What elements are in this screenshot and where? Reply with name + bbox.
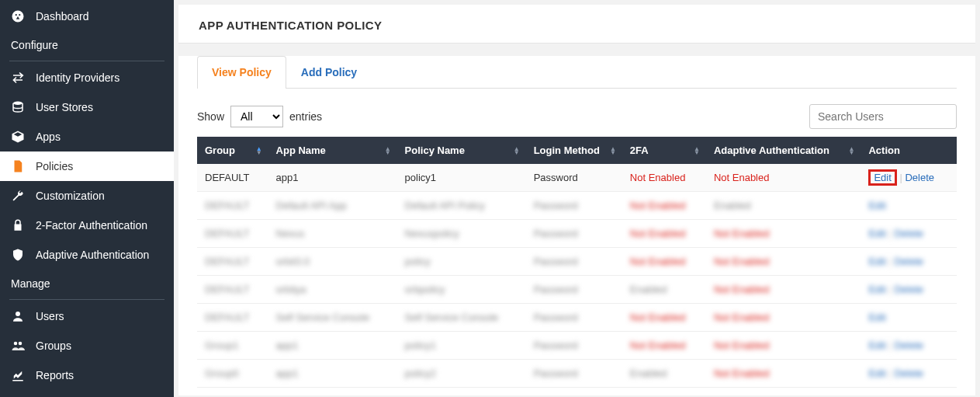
sidebar-item-label: 2-Factor Authentication bbox=[36, 219, 147, 232]
delete-link[interactable]: Delete bbox=[894, 340, 923, 351]
cell-login: Password bbox=[526, 164, 622, 192]
sidebar-item-label: Customization bbox=[36, 190, 105, 202]
cell-adaptive: Not Enabled bbox=[706, 360, 861, 388]
sidebar-item-label: Users bbox=[36, 310, 64, 322]
sidebar-item-label: Adaptive Authentication bbox=[36, 249, 149, 261]
edit-link[interactable]: Edit bbox=[868, 367, 885, 379]
edit-link[interactable]: Edit bbox=[868, 256, 885, 267]
cell-2fa: Not Enabled bbox=[622, 164, 706, 192]
sidebar-section-configure: Configure bbox=[0, 31, 174, 59]
sidebar-item-user-stores[interactable]: User Stores bbox=[0, 92, 174, 122]
cell-action: Edit | Delete bbox=[861, 220, 957, 248]
entries-label: entries bbox=[289, 110, 322, 123]
sidebar-item-identity-providers[interactable]: Identity Providers bbox=[0, 63, 174, 92]
delete-link[interactable]: Delete bbox=[905, 172, 934, 183]
sidebar-item-policies[interactable]: Policies bbox=[0, 151, 174, 181]
document-icon bbox=[11, 159, 25, 173]
th-adaptive[interactable]: Adaptive Authentication▲▼ bbox=[706, 137, 861, 164]
svg-point-2 bbox=[14, 342, 18, 346]
tab-add-policy[interactable]: Add Policy bbox=[286, 56, 372, 88]
sidebar-item-dashboard[interactable]: Dashboard bbox=[0, 2, 174, 31]
sidebar-item-apps[interactable]: Apps bbox=[0, 122, 174, 151]
sidebar-item-label: Apps bbox=[36, 131, 61, 143]
sidebar-item-adaptive-auth[interactable]: Adaptive Authentication bbox=[0, 240, 174, 270]
table-header-row: Group▲▼ App Name▲▼ Policy Name▲▼ Login M… bbox=[197, 137, 957, 164]
cell-group: DEFAULT bbox=[197, 192, 268, 220]
swap-icon bbox=[11, 71, 25, 85]
svg-point-1 bbox=[16, 312, 20, 316]
sidebar-item-reports[interactable]: Reports bbox=[0, 360, 174, 390]
cell-policy: Self Service Console bbox=[397, 304, 526, 332]
delete-link[interactable]: Delete bbox=[894, 228, 923, 239]
cell-2fa: Not Enabled bbox=[622, 220, 706, 248]
wrench-icon bbox=[11, 189, 25, 203]
shield-icon bbox=[11, 248, 25, 262]
sidebar-item-customization[interactable]: Customization bbox=[0, 181, 174, 211]
cell-policy: policy1 bbox=[397, 332, 526, 360]
cell-app: app1 bbox=[268, 360, 397, 388]
delete-link[interactable]: Delete bbox=[894, 367, 923, 379]
cell-2fa: Enabled bbox=[622, 276, 706, 304]
edit-link[interactable]: Edit bbox=[868, 169, 896, 186]
th-login-method[interactable]: Login Method▲▼ bbox=[526, 137, 622, 164]
delete-link[interactable]: Delete bbox=[894, 256, 923, 267]
cell-action: Edit bbox=[861, 192, 957, 220]
show-label: Show bbox=[197, 110, 224, 123]
sidebar-item-2fa[interactable]: 2-Factor Authentication bbox=[0, 211, 174, 240]
th-2fa[interactable]: 2FA▲▼ bbox=[622, 137, 706, 164]
cell-2fa: Not Enabled bbox=[622, 332, 706, 360]
sidebar-item-label: Policies bbox=[36, 160, 73, 172]
table-controls: Show All entries bbox=[197, 104, 957, 129]
cell-2fa: Not Enabled bbox=[622, 248, 706, 276]
table-body: DEFAULTapp1policy1PasswordNot EnabledNot… bbox=[197, 164, 957, 388]
cell-adaptive: Not Enabled bbox=[706, 276, 861, 304]
delete-link[interactable]: Delete bbox=[894, 284, 923, 295]
edit-link[interactable]: Edit bbox=[868, 200, 885, 211]
search-box bbox=[809, 104, 957, 129]
cell-group: DEFAULT bbox=[197, 248, 268, 276]
table-row: DEFAULTapp1policy1PasswordNot EnabledNot… bbox=[197, 164, 957, 192]
sidebar-item-users[interactable]: Users bbox=[0, 301, 174, 331]
tab-view-policy[interactable]: View Policy bbox=[197, 56, 286, 89]
cell-action: Edit bbox=[861, 304, 957, 332]
box-icon bbox=[11, 130, 25, 144]
cell-app: app1 bbox=[268, 332, 397, 360]
table-row: DEFAULTSelf Service ConsoleSelf Service … bbox=[197, 304, 957, 332]
th-group[interactable]: Group▲▼ bbox=[197, 137, 268, 164]
cell-action: Edit | Delete bbox=[861, 276, 957, 304]
divider bbox=[9, 299, 164, 300]
edit-link[interactable]: Edit bbox=[868, 284, 885, 295]
cell-login: Password bbox=[526, 360, 622, 388]
cell-app: Default API App bbox=[268, 192, 397, 220]
edit-link[interactable]: Edit bbox=[868, 340, 885, 351]
cell-login: Password bbox=[526, 192, 622, 220]
edit-link[interactable]: Edit bbox=[868, 312, 885, 323]
divider bbox=[9, 61, 164, 61]
cell-adaptive: Not Enabled bbox=[706, 220, 861, 248]
th-app-name[interactable]: App Name▲▼ bbox=[268, 137, 397, 164]
entries-select[interactable]: All bbox=[230, 106, 283, 127]
cell-login: Password bbox=[526, 304, 622, 332]
database-icon bbox=[11, 100, 25, 114]
cell-group: Group1 bbox=[197, 332, 268, 360]
cell-policy: policy bbox=[397, 248, 526, 276]
table-row: Group1app1policy1PasswordNot EnabledNot … bbox=[197, 332, 957, 360]
cell-login: Password bbox=[526, 248, 622, 276]
search-input[interactable] bbox=[809, 104, 957, 129]
cell-login: Password bbox=[526, 276, 622, 304]
edit-link[interactable]: Edit bbox=[868, 228, 885, 239]
svg-point-0 bbox=[13, 102, 23, 106]
cell-login: Password bbox=[526, 220, 622, 248]
table-row: Group0app1policy2PasswordEnabledNot Enab… bbox=[197, 360, 957, 388]
sidebar-item-label: User Stores bbox=[36, 101, 93, 113]
cell-action: Edit | Delete bbox=[861, 332, 957, 360]
cell-app: Self Service Console bbox=[268, 304, 397, 332]
cell-app: app1 bbox=[268, 164, 397, 192]
th-policy-name[interactable]: Policy Name▲▼ bbox=[397, 137, 526, 164]
cell-adaptive: Not Enabled bbox=[706, 248, 861, 276]
sidebar-item-groups[interactable]: Groups bbox=[0, 331, 174, 360]
show-entries: Show All entries bbox=[197, 106, 322, 127]
lock-icon bbox=[11, 218, 25, 232]
cell-2fa: Not Enabled bbox=[622, 192, 706, 220]
groups-icon bbox=[11, 339, 25, 353]
